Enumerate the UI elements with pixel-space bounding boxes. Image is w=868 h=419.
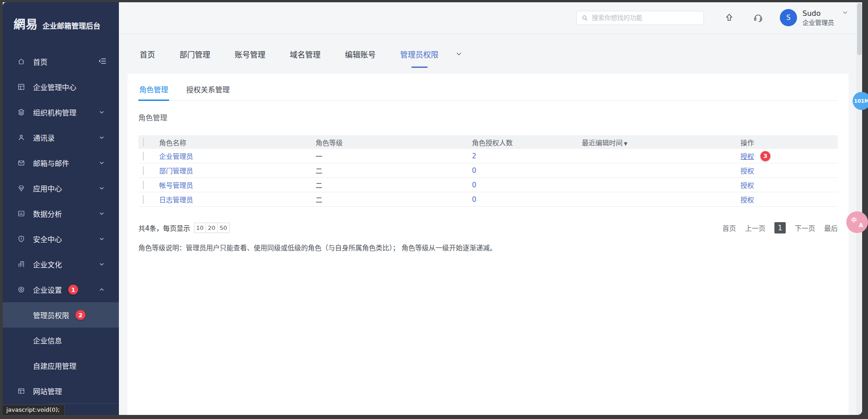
row-checkbox[interactable] (143, 152, 144, 161)
website-icon (17, 387, 25, 395)
sidebar-item-label: 首页 (33, 56, 47, 67)
chevron-down-icon (99, 236, 104, 242)
row-checkbox[interactable] (143, 166, 144, 175)
sidebar-item-home[interactable]: 首页 (3, 49, 119, 74)
role-name-link[interactable]: 企业管理员 (159, 152, 193, 161)
scrollbar-track[interactable] (856, 2, 862, 415)
nav-tab-admin-permissions[interactable]: 管理员权限 (399, 44, 439, 64)
home-icon (17, 57, 25, 66)
sidebar-divider (48, 403, 118, 404)
sidebar-item-label: 企业设置 (33, 284, 62, 295)
table-footer: 共4条，每页显示 10 20 50 首页 上一页 1 下一页 最后 (138, 222, 838, 233)
user-role: 企业管理员 (802, 19, 834, 27)
step-badge-1: 1 (68, 285, 78, 295)
role-name-link[interactable]: 日志管理员 (159, 196, 193, 204)
chevron-down-icon (99, 262, 104, 267)
user-name: Sudo (802, 9, 834, 19)
row-checkbox[interactable] (143, 181, 144, 190)
authorize-link[interactable]: 授权 (741, 151, 754, 161)
sidebar-item-website[interactable]: 网站管理 (3, 378, 119, 404)
sidebar-subitem-admin-permissions[interactable]: 管理员权限 2 (3, 302, 119, 328)
sidebar-item-label: 网站管理 (33, 386, 62, 396)
col-header-actions: 操作 (741, 138, 838, 147)
user-menu[interactable]: Sudo 企业管理员 (802, 9, 834, 27)
table-row: 日志管理员 二 0 授权 (138, 192, 838, 207)
sidebar-item-security[interactable]: 安全中心 (3, 226, 119, 252)
authorize-link[interactable]: 授权 (741, 195, 754, 204)
row-checkbox[interactable] (143, 195, 144, 204)
search-input[interactable] (592, 14, 699, 21)
sidebar-item-culture[interactable]: 企业文化 (3, 252, 119, 277)
nav-tab-accounts[interactable]: 账号管理 (234, 44, 266, 64)
role-level: 二 (316, 180, 472, 190)
pagination-current-page[interactable]: 1 (774, 222, 786, 233)
step-badge-3: 3 (760, 151, 770, 161)
page-size-10-button[interactable]: 10 (194, 223, 206, 233)
page-size-20-button[interactable]: 20 (206, 223, 218, 233)
tab-authorization-relations[interactable]: 授权关系管理 (185, 79, 231, 100)
main-area: S Sudo 企业管理员 首页 部门管理 账号管理 域名管理 编辑账号 管理员权… (119, 2, 856, 415)
company-center-icon (17, 83, 25, 91)
authorized-count-link[interactable]: 0 (472, 167, 476, 175)
scrollbar-thumb[interactable] (857, 3, 862, 55)
nav-tab-departments[interactable]: 部门管理 (179, 44, 211, 64)
upgrade-icon[interactable] (724, 12, 735, 23)
nav-tab-edit-account[interactable]: 编辑账号 (344, 44, 377, 64)
sidebar-item-analytics[interactable]: 数据分析 (3, 201, 119, 226)
pagination: 首页 上一页 1 下一页 最后 (713, 222, 838, 233)
support-headset-icon[interactable] (753, 12, 764, 23)
pagination-prev-button[interactable]: 上一页 (745, 223, 765, 233)
sidebar-item-company-center[interactable]: 企业管理中心 (3, 74, 119, 100)
chevron-up-icon (99, 287, 104, 292)
nav-tab-home[interactable]: 首页 (139, 44, 156, 64)
sidebar-subitem-label: 企业信息 (33, 335, 62, 346)
sidebar-item-app-center[interactable]: 应用中心 (3, 176, 119, 201)
sidebar-subitem-label: 管理员权限 (33, 309, 69, 320)
role-level: 一 (316, 151, 472, 161)
sort-desc-icon[interactable]: ▼ (624, 141, 627, 146)
sidebar-subitem-label: 自建应用管理 (33, 360, 76, 371)
avatar[interactable]: S (780, 9, 797, 26)
col-header-role-level: 角色等级 (316, 138, 472, 147)
total-count-text: 共4条，每页显示 (138, 223, 190, 233)
authorized-count-link[interactable]: 0 (472, 195, 476, 204)
app-window: 網易 企业邮箱管理后台 首页 企业管理中心 (3, 2, 862, 415)
sidebar-item-label: 组织机构管理 (33, 107, 76, 118)
nav-tab-domains[interactable]: 域名管理 (289, 44, 321, 64)
chevron-down-icon (99, 135, 104, 140)
user-chevron-down-icon[interactable] (842, 10, 848, 15)
sidebar-menu: 首页 企业管理中心 组织机构管理 通讯录 (3, 49, 119, 404)
culture-icon (17, 260, 25, 268)
sidebar-item-mailbox[interactable]: 邮箱与邮件 (3, 150, 119, 176)
sidebar-item-label: 通讯录 (33, 132, 55, 143)
sidebar-subitem-company-info[interactable]: 企业信息 (3, 328, 119, 353)
authorized-count-link[interactable]: 2 (472, 152, 476, 160)
page-title: 角色管理 (138, 112, 838, 123)
mail-icon (17, 159, 25, 167)
select-all-checkbox[interactable] (143, 138, 144, 147)
contacts-icon (17, 133, 25, 142)
sidebar-item-contacts[interactable]: 通讯录 (3, 125, 119, 150)
authorize-link[interactable]: 授权 (741, 166, 754, 175)
storage-quota-badge[interactable]: 101M (853, 92, 868, 110)
nav-more-chevron-down-icon[interactable] (456, 51, 462, 57)
role-name-link[interactable]: 帐号管理员 (159, 181, 193, 190)
sidebar-subitem-custom-apps[interactable]: 自建应用管理 (3, 353, 119, 378)
authorize-link[interactable]: 授权 (741, 180, 754, 190)
pagination-first-button[interactable]: 首页 (722, 223, 736, 233)
app-center-icon (17, 184, 25, 192)
sidebar-item-settings[interactable]: 企业设置 1 (3, 277, 119, 302)
page-size-50-button[interactable]: 50 (217, 223, 230, 233)
role-name-link[interactable]: 部门管理员 (159, 167, 193, 175)
pagination-last-button[interactable]: 最后 (824, 223, 838, 233)
pagination-next-button[interactable]: 下一页 (795, 223, 815, 233)
translate-button[interactable]: 中 A (846, 211, 868, 233)
sidebar-item-label: 安全中心 (33, 233, 62, 244)
sidebar-item-org-management[interactable]: 组织机构管理 (3, 100, 119, 125)
app-title: 企业邮箱管理后台 (42, 20, 100, 31)
analytics-icon (17, 210, 25, 218)
table-row: 帐号管理员 二 0 授权 (138, 178, 838, 192)
tab-role-management[interactable]: 角色管理 (138, 79, 169, 100)
authorized-count-link[interactable]: 0 (472, 181, 476, 189)
sidebar-item-label: 企业管理中心 (33, 81, 76, 92)
